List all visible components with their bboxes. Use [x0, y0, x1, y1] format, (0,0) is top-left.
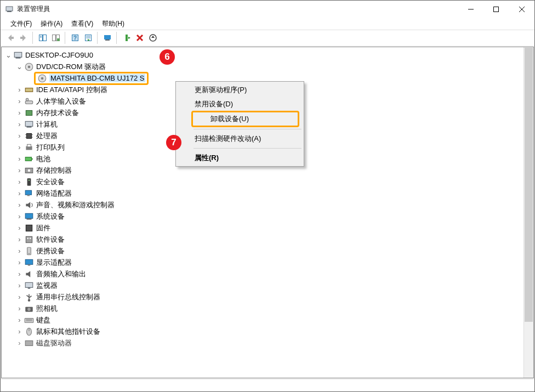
window-controls [458, 1, 534, 18]
security-icon [24, 177, 34, 187]
minimize-button[interactable] [458, 1, 483, 18]
expand-icon[interactable]: › [15, 200, 24, 209]
menu-disable-device[interactable]: 禁用设备(D) [177, 97, 303, 111]
svg-rect-7 [43, 35, 47, 41]
expand-icon[interactable]: › [15, 189, 24, 198]
expand-icon[interactable]: › [15, 338, 24, 348]
expand-icon[interactable]: › [15, 177, 24, 186]
window-title: 装置管理員 [17, 4, 50, 14]
cat-label: 显示适配器 [36, 258, 72, 268]
cat-label: 内存技术设备 [36, 108, 79, 118]
list-view-button[interactable] [82, 31, 95, 44]
computer-icon [24, 120, 34, 129]
expand-icon[interactable]: › [15, 269, 24, 279]
expand-icon[interactable]: › [15, 304, 24, 313]
menu-action[interactable]: 操作(A) [36, 18, 67, 30]
menu-scan-hardware[interactable]: 扫描检测硬件改动(A) [177, 132, 303, 146]
tree-category[interactable]: ›鼠标和其他指针设备 [3, 326, 523, 337]
tree-category[interactable]: ›监视器 [3, 280, 523, 291]
device-label: MATSHITA BD-CMB UJ172 S [49, 74, 145, 82]
svg-point-62 [29, 253, 30, 254]
annotation-7: 7 [166, 135, 181, 150]
cat-label: 照相机 [36, 304, 58, 314]
disc-drive-icon [37, 73, 47, 83]
expand-icon[interactable]: › [15, 246, 24, 255]
cat-label: 处理器 [36, 131, 58, 141]
titlebar: 装置管理員 [1, 1, 534, 18]
svg-rect-37 [25, 121, 33, 126]
device-manager-window: 装置管理員 文件(F) 操作(A) 查看(V) 帮助(H) ? [0, 0, 535, 392]
svg-rect-1 [7, 11, 12, 12]
tree-category[interactable]: ›照相机 [3, 303, 523, 314]
back-button[interactable] [4, 31, 17, 44]
tree-category-dvd[interactable]: ⌄ DVD/CD-ROM 驱动器 [3, 61, 523, 72]
tree-category[interactable]: ›软件设备 [3, 234, 523, 245]
cat-label: 人体学输入设备 [36, 96, 86, 106]
svg-rect-58 [26, 236, 32, 242]
disable-button[interactable] [146, 31, 160, 44]
expand-icon[interactable]: › [15, 166, 24, 175]
expand-icon[interactable]: › [15, 281, 24, 290]
tree-category[interactable]: ›安全设备 [3, 176, 523, 188]
expand-icon[interactable]: › [15, 292, 24, 302]
svg-rect-10 [53, 35, 56, 41]
highlight-device: MATSHITA BD-CMB UJ172 S [34, 72, 149, 85]
expand-icon[interactable]: › [15, 143, 24, 152]
expand-icon[interactable]: › [15, 131, 24, 140]
statusbar [1, 379, 534, 391]
properties-toolbar-button[interactable] [49, 31, 62, 44]
tree-category[interactable]: ›磁盘驱动器 [3, 337, 523, 349]
collapse-icon[interactable]: ⌄ [4, 50, 13, 60]
tree-category[interactable]: ›显示适配器 [3, 257, 523, 268]
expand-icon[interactable]: › [15, 223, 24, 232]
tree-category[interactable]: ›声音、视频和游戏控制器 [3, 199, 523, 211]
maximize-button[interactable] [483, 1, 509, 18]
tree-category[interactable]: ›通用串行总线控制器 [3, 291, 523, 303]
svg-rect-34 [25, 100, 33, 104]
memory-icon [24, 108, 34, 118]
vertical-scrollbar[interactable] [523, 47, 533, 378]
expand-icon[interactable]: › [15, 258, 24, 267]
update-driver-button[interactable] [120, 31, 133, 44]
tree-category[interactable]: ›便携设备 [3, 245, 523, 257]
expand-icon[interactable]: › [15, 96, 24, 106]
tree-category[interactable]: ›系统设备 [3, 211, 523, 222]
expand-icon[interactable]: › [15, 120, 24, 129]
svg-rect-60 [30, 237, 31, 238]
tree-category[interactable]: ›网络适配器 [3, 188, 523, 199]
expand-icon[interactable]: › [15, 315, 24, 325]
audio-icon [24, 269, 34, 279]
menu-help[interactable]: 帮助(H) [98, 18, 129, 30]
expand-icon[interactable]: › [15, 235, 24, 244]
svg-marker-26 [151, 36, 155, 38]
expand-icon[interactable]: › [15, 85, 24, 94]
tree-category[interactable]: ›键盘 [3, 314, 523, 326]
expand-icon[interactable]: › [15, 154, 24, 163]
menu-properties[interactable]: 属性(R) [177, 151, 303, 165]
root-label: DESKTOP-CJFO9U0 [25, 51, 93, 59]
menu-uninstall-device[interactable]: 卸载设备(U) [191, 111, 299, 127]
tree-category[interactable]: ›固件 [3, 222, 523, 234]
expand-icon[interactable]: › [15, 327, 24, 336]
svg-rect-21 [126, 35, 128, 41]
menu-view[interactable]: 查看(V) [67, 18, 98, 30]
show-hide-tree-button[interactable] [36, 31, 49, 44]
collapse-icon[interactable]: ⌄ [15, 62, 24, 71]
menu-file[interactable]: 文件(F) [6, 18, 36, 30]
cat-label: 鼠标和其他指针设备 [36, 327, 100, 337]
scan-hardware-button[interactable] [101, 31, 114, 44]
tree-category[interactable]: ›音频输入和输出 [3, 268, 523, 280]
expand-icon[interactable]: › [15, 108, 24, 117]
help-button[interactable]: ? [69, 31, 82, 44]
uninstall-button[interactable] [133, 31, 146, 44]
scrollbar-thumb[interactable] [525, 48, 533, 322]
close-button[interactable] [509, 1, 534, 18]
svg-rect-20 [105, 39, 110, 41]
forward-button[interactable] [17, 31, 30, 44]
cat-label: 通用串行总线控制器 [36, 292, 100, 302]
usb-icon [24, 292, 34, 302]
expand-icon[interactable]: › [15, 212, 24, 221]
tree-root[interactable]: ⌄ DESKTOP-CJFO9U0 [3, 49, 523, 61]
menu-update-driver[interactable]: 更新驱动程序(P) [177, 83, 303, 97]
ide-icon [24, 85, 34, 95]
